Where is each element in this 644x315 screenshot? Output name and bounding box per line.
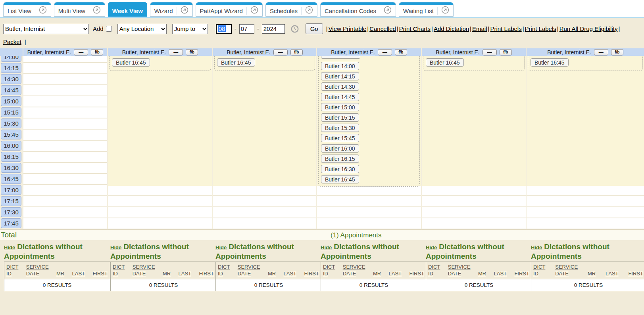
tab-list-view[interactable]: List View — [3, 2, 51, 17]
provider-select[interactable]: Butler, Internist — [3, 24, 89, 34]
time-cell-17-00[interactable]: 17:00 — [1, 185, 21, 195]
toolbar-link-print-charts[interactable]: Print Charts — [399, 25, 431, 32]
column-header-link-dict-id[interactable]: DICTID — [218, 263, 230, 277]
column-header-link-first[interactable]: FIRST — [514, 270, 529, 277]
hide-dictations-link[interactable]: Hide — [215, 244, 227, 250]
time-cell-14-00[interactable]: 14:00 — [1, 56, 21, 62]
appointment-button[interactable]: Butler 16:45 — [217, 58, 255, 67]
hide-dictations-link[interactable]: Hide — [4, 244, 15, 250]
column-header-link-dict-id[interactable]: DICTID — [113, 263, 125, 277]
date-year-input[interactable]: 2024 — [262, 24, 285, 34]
column-header-link-service-date[interactable]: SERVICEDATE — [448, 263, 471, 277]
column-header-link-dict-id[interactable]: DICTID — [533, 263, 545, 277]
column-header-link-dict-id[interactable]: DICTID — [323, 263, 335, 277]
column-header-link-last[interactable]: LAST — [284, 270, 297, 277]
collapse-column-button[interactable]: — — [594, 49, 608, 55]
location-select[interactable]: Any Location — [117, 24, 167, 34]
toolbar-link-email[interactable]: Email — [472, 25, 487, 32]
appointment-button[interactable]: Butler 16:00 — [321, 144, 359, 153]
jump-to-select[interactable]: Jump to — [172, 24, 208, 34]
column-header-link-service-date[interactable]: SERVICEDATE — [555, 263, 578, 277]
toolbar-link-packet[interactable]: Packet — [3, 38, 21, 45]
time-cell-14-45[interactable]: 14:45 — [1, 85, 21, 95]
tab-schedules[interactable]: Schedules — [265, 2, 317, 17]
column-header-link-last[interactable]: LAST — [389, 270, 402, 277]
add-checkbox[interactable] — [106, 26, 112, 32]
column-header-link-first[interactable]: FIRST — [304, 270, 319, 277]
appointment-button[interactable]: Butler 15:15 — [321, 113, 359, 122]
toolbar-link-add-dictation[interactable]: Add Dictation — [434, 25, 469, 32]
column-header-link-mr[interactable]: MR — [56, 270, 64, 277]
open-in-new-icon[interactable] — [39, 6, 47, 15]
appointment-button[interactable]: Butler 16:30 — [321, 165, 359, 173]
column-header-link-service-date[interactable]: SERVICEDATE — [26, 263, 49, 277]
time-cell-16-15[interactable]: 16:15 — [1, 152, 21, 162]
collapse-column-button[interactable]: — — [378, 49, 392, 55]
column-header-link-mr[interactable]: MR — [478, 270, 486, 277]
appointment-button[interactable]: Butler 15:45 — [321, 134, 359, 142]
tab-multi-view[interactable]: Multi View — [54, 2, 105, 17]
appointment-button[interactable]: Butler 16:45 — [112, 58, 150, 67]
date-day-input[interactable]: 07 — [239, 24, 254, 34]
column-header-link-first[interactable]: FIRST — [199, 270, 214, 277]
time-cell-16-45[interactable]: 16:45 — [1, 174, 21, 184]
hide-dictations-link[interactable]: Hide — [110, 244, 121, 250]
fb-button[interactable]: f/b — [395, 49, 407, 55]
time-cell-14-30[interactable]: 14:30 — [1, 74, 21, 84]
hide-dictations-link[interactable]: Hide — [426, 244, 437, 250]
provider-day-link-4[interactable]: Butler, Internist E. — [331, 49, 375, 55]
appointment-button[interactable]: Butler 16:15 — [321, 155, 359, 163]
toolbar-link-view-printable[interactable]: View Printable — [329, 25, 367, 32]
fb-button[interactable]: f/b — [611, 49, 623, 55]
open-in-new-icon[interactable] — [93, 6, 101, 15]
collapse-column-button[interactable]: — — [169, 49, 183, 55]
fb-button[interactable]: f/b — [186, 49, 198, 55]
tab-pat-appt-wizard[interactable]: Pat/Appt Wizard — [196, 2, 263, 17]
time-cell-14-15[interactable]: 14:15 — [1, 63, 21, 73]
time-cell-15-15[interactable]: 15:15 — [1, 107, 21, 117]
toolbar-link-cancelled[interactable]: Cancelled — [369, 25, 396, 32]
column-header-link-service-date[interactable]: SERVICEDATE — [343, 263, 365, 277]
tab-waiting-list[interactable]: Waiting List — [399, 2, 454, 17]
appointment-button[interactable]: Butler 16:45 — [426, 58, 464, 67]
tab-week-view[interactable]: Week View — [108, 2, 147, 17]
go-button[interactable]: Go — [306, 23, 323, 34]
clock-icon[interactable] — [290, 25, 299, 33]
column-header-link-service-date[interactable]: SERVICEDATE — [238, 263, 260, 277]
column-header-link-first[interactable]: FIRST — [628, 270, 643, 277]
time-cell-15-30[interactable]: 15:30 — [1, 118, 21, 128]
clipped-appointment-button[interactable] — [321, 56, 360, 59]
tab-wizard[interactable]: Wizard — [150, 2, 193, 17]
provider-day-link-6[interactable]: Butler, Internist E. — [547, 49, 591, 55]
time-cell-16-00[interactable]: 16:00 — [1, 141, 21, 151]
appointment-button[interactable]: Butler 14:30 — [321, 82, 359, 91]
open-in-new-icon[interactable] — [250, 6, 258, 15]
column-header-link-first[interactable]: FIRST — [409, 270, 424, 277]
time-cell-17-45[interactable]: 17:45 — [1, 218, 21, 228]
column-header-link-service-date[interactable]: SERVICEDATE — [133, 263, 155, 277]
time-cell-15-00[interactable]: 15:00 — [1, 96, 21, 106]
appointment-button[interactable]: Butler 14:45 — [321, 93, 359, 101]
fb-button[interactable]: f/b — [500, 49, 512, 55]
provider-day-link-5[interactable]: Butler, Internist E. — [436, 49, 480, 55]
appointment-button[interactable]: Butler 15:00 — [321, 103, 359, 111]
provider-day-link-1[interactable]: Butler, Internist E. — [27, 49, 71, 55]
fb-button[interactable]: f/b — [91, 49, 103, 55]
open-in-new-icon[interactable] — [441, 6, 449, 15]
time-cell-17-15[interactable]: 17:15 — [1, 196, 21, 206]
column-header-link-mr[interactable]: MR — [163, 270, 171, 277]
provider-day-link-3[interactable]: Butler, Internist E. — [227, 49, 271, 55]
date-month-input[interactable]: 08 — [216, 24, 232, 34]
collapse-column-button[interactable]: — — [273, 49, 288, 55]
appointment-button[interactable]: Butler 14:15 — [321, 72, 359, 80]
fb-button[interactable]: f/b — [290, 49, 303, 55]
column-header-link-mr[interactable]: MR — [588, 270, 596, 277]
toolbar-link-print-labels[interactable]: Print Labels — [525, 25, 556, 32]
provider-day-link-2[interactable]: Butler, Internist E. — [122, 49, 166, 55]
column-header-link-dict-id[interactable]: DICTID — [428, 263, 440, 277]
column-header-link-first[interactable]: FIRST — [92, 270, 108, 277]
open-in-new-icon[interactable] — [181, 6, 188, 15]
time-cell-15-45[interactable]: 15:45 — [1, 130, 21, 139]
appointment-button[interactable]: Butler 15:30 — [321, 124, 359, 132]
time-cell-16-30[interactable]: 16:30 — [1, 163, 21, 173]
